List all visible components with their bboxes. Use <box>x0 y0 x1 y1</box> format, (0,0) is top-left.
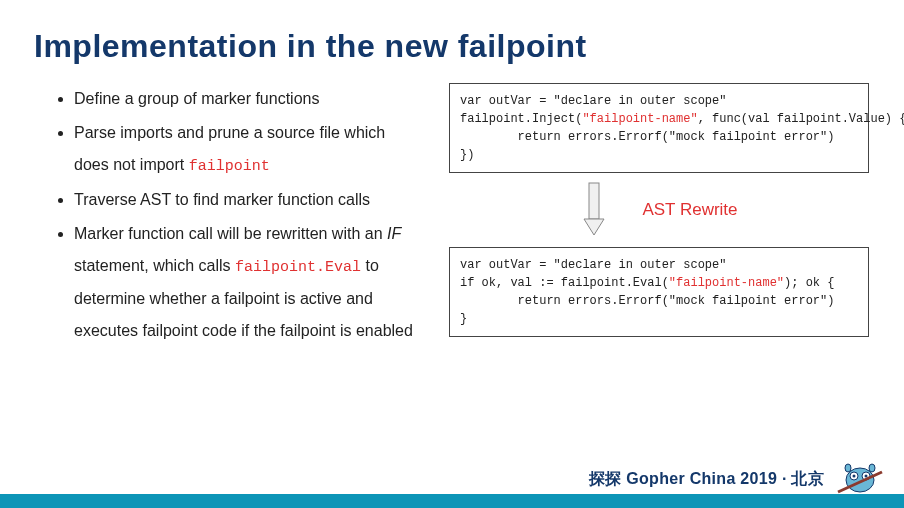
bullet-1: Define a group of marker functions <box>74 83 420 115</box>
slide: Implementation in the new failpoint Defi… <box>0 0 904 508</box>
bullet-1-text: Define a group of marker functions <box>74 90 319 107</box>
bullet-3-text: Traverse AST to find marker function cal… <box>74 191 370 208</box>
bullet-4-a: Marker function call will be rewritten w… <box>74 225 387 242</box>
c2-l2c: ); ok { <box>784 276 834 290</box>
bullet-4-code: failpoint.Eval <box>235 259 361 276</box>
arrow-label: AST Rewrite <box>642 200 737 220</box>
bullet-4: Marker function call will be rewritten w… <box>74 218 420 347</box>
right-column: var outVar = "declare in outer scope" fa… <box>444 83 874 508</box>
c1-l1: var outVar = "declare in outer scope" <box>460 94 726 108</box>
slide-title: Implementation in the new failpoint <box>0 0 904 65</box>
bullet-2: Parse imports and prune a source file wh… <box>74 117 420 182</box>
c1-l2c: , func(val failpoint.Value) { <box>698 112 904 126</box>
footer: 探探 Gopher China 2019 · 北京 <box>0 460 904 508</box>
footer-text: 探探 Gopher China 2019 · 北京 <box>589 469 824 490</box>
c2-l3: return errors.Errorf("mock failpoint err… <box>460 294 834 308</box>
c2-l1: var outVar = "declare in outer scope" <box>460 258 726 272</box>
content-row: Define a group of marker functions Parse… <box>0 65 904 508</box>
footer-bar <box>0 494 904 508</box>
svg-point-8 <box>869 464 875 472</box>
arrow-row: AST Rewrite <box>444 181 874 239</box>
c2-l2b: "failpoint-name" <box>669 276 784 290</box>
svg-marker-1 <box>584 219 604 235</box>
bullet-2-code: failpoint <box>189 158 270 175</box>
code-before: var outVar = "declare in outer scope" fa… <box>449 83 869 173</box>
bullet-4-b: statement, which calls <box>74 257 235 274</box>
bullet-list: Define a group of marker functions Parse… <box>54 83 420 347</box>
c2-l2a: if ok, val := failpoint.Eval( <box>460 276 669 290</box>
bullet-3: Traverse AST to find marker function cal… <box>74 184 420 216</box>
c1-l4: }) <box>460 148 474 162</box>
c1-l3: return errors.Errorf("mock failpoint err… <box>460 130 834 144</box>
c1-l2a: failpoint.Inject( <box>460 112 582 126</box>
svg-point-6 <box>865 475 868 478</box>
down-arrow-icon <box>580 181 608 239</box>
code-after: var outVar = "declare in outer scope" if… <box>449 247 869 337</box>
c1-l2b: "failpoint-name" <box>582 112 697 126</box>
svg-rect-0 <box>589 183 599 219</box>
svg-point-5 <box>853 475 856 478</box>
bullet-4-if: IF <box>387 225 401 242</box>
left-column: Define a group of marker functions Parse… <box>54 83 420 508</box>
c2-l4: } <box>460 312 467 326</box>
svg-point-7 <box>845 464 851 472</box>
